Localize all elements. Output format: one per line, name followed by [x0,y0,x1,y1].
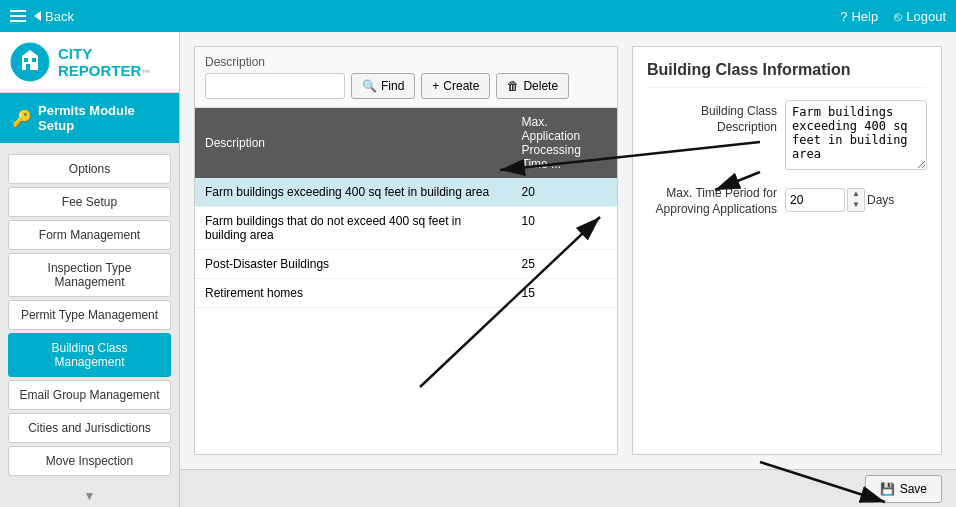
building-class-desc-label: Building Class Description [647,100,777,135]
table-cell-max-time: 10 [512,207,618,250]
help-icon: ? [840,9,847,24]
scroll-down-icon[interactable]: ▼ [84,489,96,503]
bottom-bar: 💾 Save [180,469,956,507]
search-input[interactable] [205,73,345,99]
building-class-desc-input[interactable] [785,100,927,170]
table-panel: Description 🔍 Find + Create 🗑 [194,46,618,455]
table-cell-max-time: 25 [512,250,618,279]
create-button[interactable]: + Create [421,73,490,99]
sidebar: CITY REPORTER™ 🔑 Permits Module Setup Op… [0,32,180,507]
sidebar-item-move-inspection[interactable]: Move Inspection [8,446,171,476]
logout-icon: ⎋ [894,9,902,24]
col-header-description: Description [195,108,512,178]
module-header: 🔑 Permits Module Setup [0,93,179,143]
logo-text: CITY REPORTER™ [58,45,150,79]
table-row[interactable]: Retirement homes15 [195,279,617,308]
table-row[interactable]: Post-Disaster Buildings25 [195,250,617,279]
logout-link[interactable]: ⎋ Logout [894,9,946,24]
table-cell-description: Farm buildings exceeding 400 sq feet in … [195,178,512,207]
sidebar-item-permit-type-management[interactable]: Permit Type Management [8,300,171,330]
col-header-max-time: Max. Application Processing Time ... [512,108,618,178]
sidebar-nav: OptionsFee SetupForm ManagementInspectio… [0,143,179,485]
sidebar-item-form-management[interactable]: Form Management [8,220,171,250]
trash-icon: 🗑 [507,79,519,93]
save-button[interactable]: 💾 Save [865,475,942,503]
delete-button[interactable]: 🗑 Delete [496,73,569,99]
max-time-row: Max. Time Period for Approving Applicati… [647,182,927,217]
search-icon: 🔍 [362,79,377,93]
spinner-up-button[interactable]: ▲ [848,189,864,200]
table-toolbar: Description 🔍 Find + Create 🗑 [195,47,617,108]
spinner-down-button[interactable]: ▼ [848,200,864,211]
sidebar-item-email-group-management[interactable]: Email Group Management [8,380,171,410]
days-label: Days [867,193,894,207]
content-area: Description 🔍 Find + Create 🗑 [180,32,956,507]
sidebar-item-inspection-type-management[interactable]: Inspection Type Management [8,253,171,297]
data-table: Description Max. Application Processing … [195,108,617,454]
table-cell-description: Post-Disaster Buildings [195,250,512,279]
module-label: Permits Module Setup [38,103,167,133]
spinner: ▲ ▼ [847,188,865,212]
hamburger-menu[interactable] [10,10,26,22]
table-cell-description: Farm buildings that do not exceed 400 sq… [195,207,512,250]
back-label: Back [45,9,74,24]
table-row[interactable]: Farm buildings that do not exceed 400 sq… [195,207,617,250]
info-panel-title: Building Class Information [647,61,927,88]
sidebar-scroll[interactable]: ▼ [0,485,179,507]
city-reporter-logo [10,42,50,82]
back-button[interactable]: Back [34,9,74,24]
module-icon: 🔑 [12,109,32,128]
table-cell-max-time: 20 [512,178,618,207]
sidebar-header: CITY REPORTER™ [0,32,179,93]
help-link[interactable]: ? Help [840,9,878,24]
sidebar-item-options[interactable]: Options [8,154,171,184]
find-button[interactable]: 🔍 Find [351,73,415,99]
plus-icon: + [432,79,439,93]
table-cell-max-time: 15 [512,279,618,308]
table-cell-description: Retirement homes [195,279,512,308]
max-time-input[interactable] [785,188,845,212]
max-time-label: Max. Time Period for Approving Applicati… [647,182,777,217]
sidebar-item-cities-and-jurisdictions[interactable]: Cities and Jurisdictions [8,413,171,443]
building-class-desc-row: Building Class Description [647,100,927,170]
table-row[interactable]: Farm buildings exceeding 400 sq feet in … [195,178,617,207]
chevron-left-icon [34,11,41,21]
description-field-label: Description [205,55,607,69]
sidebar-item-building-class-management[interactable]: Building Class Management [8,333,171,377]
sidebar-item-fee-setup[interactable]: Fee Setup [8,187,171,217]
info-panel: Building Class Information Building Clas… [632,46,942,455]
top-nav: Back ? Help ⎋ Logout [0,0,956,32]
save-icon: 💾 [880,482,895,496]
